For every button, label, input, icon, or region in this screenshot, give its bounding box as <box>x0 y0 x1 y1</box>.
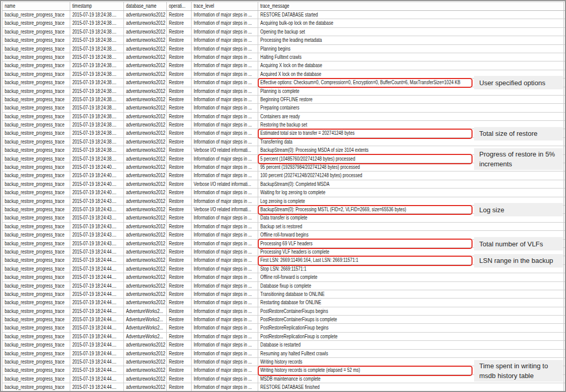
cell-name: backup_restore_progress_trace <box>3 358 70 366</box>
table-row[interactable]: backup_restore_progress_trace2015-07-19 … <box>3 171 565 180</box>
trace-results-window: nametimestampdatabase_nameoperati...trac… <box>0 0 566 392</box>
table-row[interactable]: backup_restore_progress_trace2015-07-19 … <box>3 28 565 36</box>
cell-trace_message: Acquiring X lock on the database <box>258 61 564 69</box>
cell-database_name: adventureworks2012 <box>124 163 167 171</box>
cell-database_name: adventureworks2012 <box>124 358 167 366</box>
cell-name: backup_restore_progress_trace <box>3 273 70 281</box>
cell-trace_level: Information of major steps in ... <box>192 358 258 366</box>
table-row[interactable]: backup_restore_progress_trace2015-07-19 … <box>3 223 565 231</box>
cell-name: backup_restore_progress_trace <box>3 70 70 78</box>
cell-name: backup_restore_progress_trace <box>3 129 70 137</box>
cell-operation: Restore <box>167 113 192 120</box>
table-row[interactable]: backup_restore_progress_trace2015-07-19 … <box>3 36 565 44</box>
cell-timestamp: 2015-07-19 18:24:38.... <box>70 129 124 137</box>
cell-trace_level: Information of major steps in ... <box>192 113 258 120</box>
cell-trace_message: Planning begins <box>258 45 564 53</box>
table-row[interactable]: backup_restore_progress_trace2015-07-19 … <box>3 113 565 121</box>
cell-name: backup_restore_progress_trace <box>3 299 70 306</box>
cell-name: backup_restore_progress_trace <box>3 28 70 36</box>
column-header-operation[interactable]: operati... <box>167 2 192 10</box>
cell-trace_message: Containers are ready <box>258 113 564 120</box>
cell-trace_message: PostRestoreContainerFixups is complete <box>258 316 564 323</box>
table-row[interactable]: backup_restore_progress_trace2015-07-19 … <box>3 383 565 391</box>
cell-database_name: adventureworks2012 <box>124 375 167 383</box>
table-row[interactable]: backup_restore_progress_trace2015-07-19 … <box>3 96 565 104</box>
column-header-trace_level[interactable]: trace_level <box>192 2 258 10</box>
annotation-text: LSN range in the backup <box>479 256 563 265</box>
cell-trace_message: Acquiring bulk-op lock on the database <box>258 19 564 27</box>
cell-name: backup_restore_progress_trace <box>3 180 70 188</box>
annotation-text: msdb history table <box>479 371 563 381</box>
cell-trace_level: Information of major steps in ... <box>192 121 258 129</box>
cell-name: backup_restore_progress_trace <box>3 104 70 112</box>
cell-database_name: adventureworks2012 <box>124 129 167 137</box>
column-header-timestamp[interactable]: timestamp <box>70 2 124 10</box>
table-row[interactable]: backup_restore_progress_trace2015-07-19 … <box>3 11 565 19</box>
cell-database_name: adventureworks2012 <box>124 96 167 103</box>
table-row[interactable]: backup_restore_progress_trace2015-07-19 … <box>3 61 565 70</box>
cell-operation: Restore <box>167 341 192 349</box>
cell-database_name: adventureworks2012 <box>124 214 167 222</box>
cell-name: backup_restore_progress_trace <box>3 333 70 340</box>
cell-trace_level: Information of major steps in ... <box>192 70 258 78</box>
cell-timestamp: 2015-07-19 18:24:44.... <box>70 290 124 298</box>
cell-database_name: adventureworks2012 <box>124 45 167 53</box>
cell-operation: Restore <box>167 214 192 222</box>
cell-trace_message: PostRestoreReplicationFixup begins <box>258 324 564 332</box>
table-row[interactable]: backup_restore_progress_trace2015-07-19 … <box>3 324 565 332</box>
cell-trace_level: Information of major steps in ... <box>192 214 258 222</box>
table-row[interactable]: backup_restore_progress_trace2015-07-19 … <box>3 341 565 349</box>
annotation-text: Progress of restore in 5% <box>479 149 563 159</box>
column-header-name[interactable]: name <box>3 2 70 10</box>
cell-database_name: adventureworks2012 <box>124 240 167 247</box>
cell-database_name: adventureworks2012 <box>124 104 167 112</box>
cell-timestamp: 2015-07-19 18:24:44.... <box>70 299 124 306</box>
table-row[interactable]: backup_restore_progress_trace2015-07-19 … <box>3 53 565 61</box>
table-row[interactable]: backup_restore_progress_trace2015-07-19 … <box>3 104 565 112</box>
cell-name: backup_restore_progress_trace <box>3 223 70 230</box>
cell-name: backup_restore_progress_trace <box>3 189 70 196</box>
cell-trace_message: Waiting for log zeroing to complete <box>258 189 564 196</box>
table-row[interactable]: backup_restore_progress_trace2015-07-19 … <box>3 307 565 316</box>
cell-database_name: adventureworks2012 <box>124 282 167 290</box>
table-row[interactable]: backup_restore_progress_trace2015-07-19 … <box>3 333 565 341</box>
cell-trace_level: Information of major steps in ... <box>192 333 258 340</box>
cell-name: backup_restore_progress_trace <box>3 45 70 53</box>
table-row[interactable]: backup_restore_progress_trace2015-07-19 … <box>3 282 565 290</box>
column-header-trace_message[interactable]: trace_message <box>258 2 564 10</box>
table-row[interactable]: backup_restore_progress_trace2015-07-19 … <box>3 350 565 358</box>
cell-trace_level: Information of major steps in ... <box>192 307 258 315</box>
cell-database_name: adventureworks2012 <box>124 273 167 281</box>
cell-name: backup_restore_progress_trace <box>3 248 70 256</box>
table-row[interactable]: backup_restore_progress_trace2015-07-19 … <box>3 316 565 324</box>
cell-trace_level: Information of major steps in ... <box>192 171 258 179</box>
table-row[interactable]: backup_restore_progress_trace2015-07-19 … <box>3 180 565 189</box>
cell-database_name: adventureworks2012 <box>124 231 167 239</box>
cell-database_name: adventureworks2012 <box>124 146 167 154</box>
table-row[interactable]: backup_restore_progress_trace2015-07-19 … <box>3 299 565 307</box>
table-row[interactable]: backup_restore_progress_trace2015-07-19 … <box>3 273 565 281</box>
cell-timestamp: 2015-07-19 18:24:44.... <box>70 358 124 366</box>
cell-timestamp: 2015-07-19 18:24:44.... <box>70 350 124 357</box>
cell-operation: Restore <box>167 273 192 281</box>
cell-trace_level: Information of major steps in ... <box>192 11 258 19</box>
table-row[interactable]: backup_restore_progress_trace2015-07-19 … <box>3 290 565 299</box>
cell-trace_level: Verbose I/O related informati... <box>192 206 258 213</box>
cell-name: backup_restore_progress_trace <box>3 36 70 44</box>
table-row[interactable]: backup_restore_progress_trace2015-07-19 … <box>3 189 565 197</box>
cell-trace_message: Transitioning database to ONLINE <box>258 290 564 298</box>
cell-timestamp: 2015-07-19 18:24:44.... <box>70 375 124 383</box>
annotation-callout: Total number of VLFs <box>474 237 563 250</box>
cell-operation: Restore <box>167 96 192 103</box>
cell-timestamp: 2015-07-19 18:24:44.... <box>70 316 124 323</box>
table-row[interactable]: backup_restore_progress_trace2015-07-19 … <box>3 19 565 27</box>
table-row[interactable]: backup_restore_progress_trace2015-07-19 … <box>3 45 565 53</box>
cell-trace_level: Information of major steps in ... <box>192 341 258 349</box>
cell-database_name: adventureworks2012 <box>124 113 167 120</box>
cell-database_name: adventureworks2012 <box>124 223 167 230</box>
cell-timestamp: 2015-07-19 18:24:44.... <box>70 333 124 340</box>
column-header-database_name[interactable]: database_name <box>124 2 167 10</box>
cell-database_name: adventureworks2012 <box>124 171 167 179</box>
cell-trace_message: Database is restarted <box>258 341 564 349</box>
cell-name: backup_restore_progress_trace <box>3 87 70 95</box>
